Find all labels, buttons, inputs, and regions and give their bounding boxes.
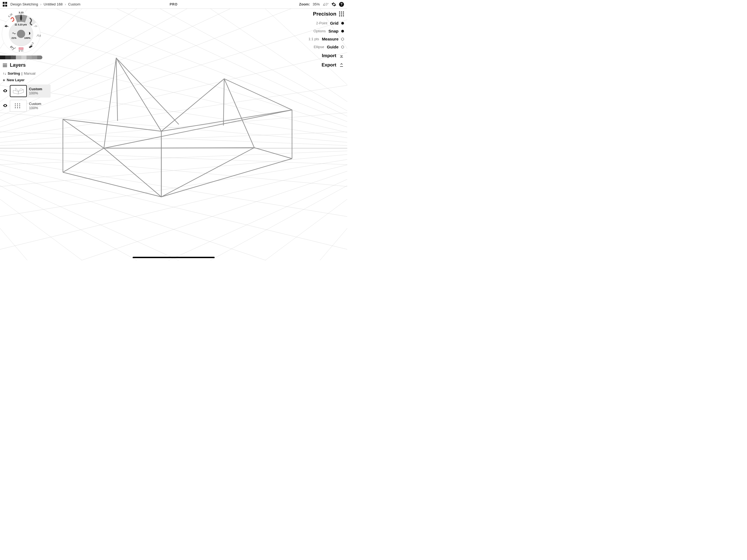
svg-line-30 bbox=[0, 148, 347, 164]
breadcrumb-layer[interactable]: Custom bbox=[68, 2, 80, 6]
layer-item[interactable]: Custom 100% bbox=[3, 85, 49, 97]
pro-badge[interactable]: PRO bbox=[170, 2, 177, 6]
svg-line-35 bbox=[0, 148, 347, 260]
guide-ellipse-label: Ellipse bbox=[314, 45, 324, 49]
breadcrumb-sep: › bbox=[40, 2, 41, 6]
sort-arrows-icon: ↑↓ bbox=[3, 71, 6, 75]
precision-menu-icon[interactable] bbox=[339, 11, 344, 17]
svg-line-34 bbox=[0, 148, 347, 260]
export-label: Export bbox=[321, 62, 336, 68]
svg-line-38 bbox=[320, 148, 347, 260]
toggle-on-icon bbox=[341, 30, 344, 32]
svg-line-12 bbox=[0, 148, 347, 249]
guide-label: Guide bbox=[327, 45, 338, 49]
import-icon bbox=[339, 53, 344, 58]
svg-line-2 bbox=[0, 9, 347, 148]
precision-measure-row[interactable]: 1:1 pts Measure bbox=[308, 36, 344, 41]
tool-wheel[interactable]: 3.23 5.28 3.23 pts 21% 100% Aa 31.3 11.8… bbox=[1, 9, 42, 53]
svg-line-13 bbox=[0, 148, 347, 260]
svg-line-9 bbox=[0, 148, 347, 164]
layer-thumbnail[interactable] bbox=[10, 100, 27, 112]
svg-line-16 bbox=[0, 148, 82, 260]
layer-opacity: 100% bbox=[29, 91, 42, 95]
measure-scale-label: 1:1 pts bbox=[308, 37, 319, 41]
grid-type-label: 2-Point bbox=[316, 21, 327, 25]
gear-icon[interactable] bbox=[331, 2, 336, 7]
help-icon[interactable]: ? bbox=[339, 2, 344, 7]
svg-line-11 bbox=[0, 148, 347, 217]
new-layer-button[interactable]: + New Layer bbox=[3, 78, 49, 82]
layers-menu-icon[interactable] bbox=[3, 64, 7, 67]
export-button[interactable]: Export bbox=[308, 62, 344, 68]
svg-point-54 bbox=[17, 105, 18, 106]
svg-line-26 bbox=[0, 85, 347, 148]
svg-line-17 bbox=[0, 148, 27, 260]
svg-point-56 bbox=[15, 107, 16, 108]
layer-thumbnail[interactable] bbox=[10, 85, 27, 97]
svg-line-15 bbox=[0, 148, 137, 260]
import-button[interactable]: Import bbox=[308, 53, 344, 58]
measure-label: Measure bbox=[322, 36, 338, 41]
toggle-on-icon bbox=[341, 22, 344, 25]
import-label: Import bbox=[322, 53, 336, 58]
layers-panel: Layers ↑↓ Sorting | Manual + New Layer C… bbox=[3, 62, 49, 114]
visibility-toggle-icon[interactable] bbox=[3, 103, 8, 109]
zoom-label: Zoom: bbox=[299, 2, 310, 6]
layer-name: Custom bbox=[29, 102, 41, 106]
home-grid-icon[interactable] bbox=[3, 2, 8, 7]
svg-line-36 bbox=[210, 148, 347, 260]
svg-rect-47 bbox=[15, 24, 17, 24]
eraser-icon[interactable] bbox=[19, 48, 23, 50]
drawing-canvas[interactable] bbox=[0, 9, 347, 260]
visibility-toggle-icon[interactable] bbox=[3, 88, 8, 94]
new-layer-label: New Layer bbox=[7, 78, 25, 82]
zoom-value[interactable]: 35% bbox=[312, 2, 319, 6]
precision-guide-row[interactable]: Ellipse Guide bbox=[308, 45, 344, 49]
svg-line-23 bbox=[0, 9, 347, 148]
svg-line-21 bbox=[0, 9, 347, 148]
precision-grid-row[interactable]: 2-Point Grid bbox=[308, 21, 344, 25]
breadcrumb-document[interactable]: Untitled 168 bbox=[44, 2, 62, 6]
svg-line-32 bbox=[0, 148, 347, 217]
layer-item[interactable]: Custom 100% bbox=[3, 100, 49, 112]
layer-opacity: 100% bbox=[29, 106, 41, 110]
wheel-flow: 21% bbox=[11, 36, 17, 40]
wheel-active-size: 3.23 bbox=[19, 11, 24, 14]
svg-line-14 bbox=[0, 148, 347, 260]
svg-line-31 bbox=[0, 148, 347, 186]
svg-line-10 bbox=[0, 148, 347, 186]
toggle-off-icon bbox=[341, 46, 344, 48]
layers-sorting[interactable]: ↑↓ Sorting | Manual bbox=[3, 71, 49, 75]
grid-label: Grid bbox=[330, 21, 338, 25]
layer-name: Custom bbox=[29, 87, 42, 91]
snap-options-label: Options bbox=[314, 29, 326, 33]
svg-point-52 bbox=[19, 104, 20, 104]
export-icon bbox=[339, 62, 344, 68]
sorting-mode: Manual bbox=[24, 71, 35, 75]
svg-line-6 bbox=[0, 113, 347, 148]
svg-rect-48 bbox=[15, 25, 17, 25]
wheel-size-pts: 3.23 pts bbox=[18, 23, 27, 26]
angle-value[interactable]: ∡0° bbox=[323, 2, 329, 6]
svg-line-22 bbox=[0, 9, 347, 148]
svg-point-50 bbox=[15, 104, 16, 104]
precision-snap-row[interactable]: Options Snap bbox=[308, 29, 344, 33]
breadcrumb-project[interactable]: Design Sketching bbox=[10, 2, 38, 6]
color-palette[interactable] bbox=[0, 55, 42, 59]
svg-line-37 bbox=[265, 148, 347, 260]
svg-line-5 bbox=[0, 85, 347, 148]
sorting-label: Sorting bbox=[8, 71, 20, 75]
svg-line-33 bbox=[0, 148, 347, 249]
svg-line-27 bbox=[0, 113, 347, 148]
svg-point-57 bbox=[17, 107, 18, 108]
layers-title: Layers bbox=[10, 62, 26, 68]
precision-title: Precision bbox=[313, 11, 336, 17]
toggle-off-icon bbox=[341, 38, 344, 41]
svg-point-55 bbox=[19, 105, 20, 106]
svg-line-1 bbox=[0, 9, 347, 148]
home-indicator bbox=[133, 257, 215, 258]
snap-label: Snap bbox=[328, 29, 338, 33]
wheel-opacity: 100% bbox=[24, 36, 30, 40]
precision-panel: Precision 2-Point Grid Options Snap 1:1 … bbox=[308, 11, 344, 70]
text-tool-icon[interactable]: Aa bbox=[36, 33, 41, 37]
